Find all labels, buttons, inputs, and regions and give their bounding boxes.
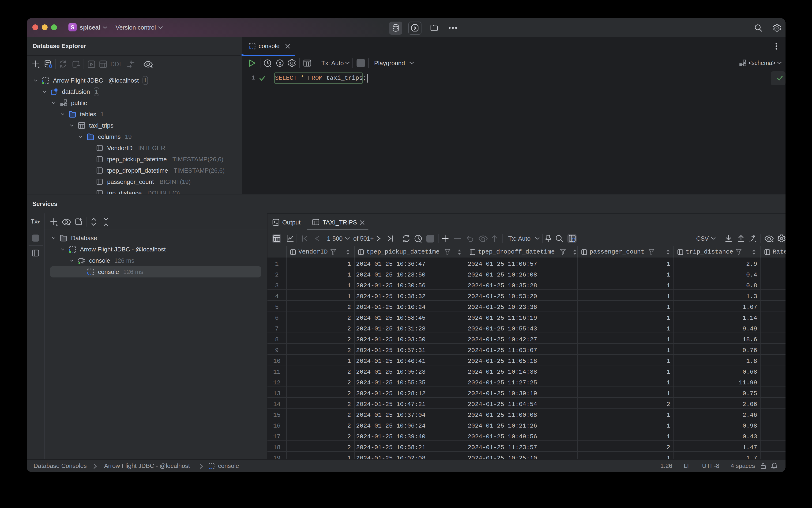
svg-text:p: p [278, 60, 281, 66]
